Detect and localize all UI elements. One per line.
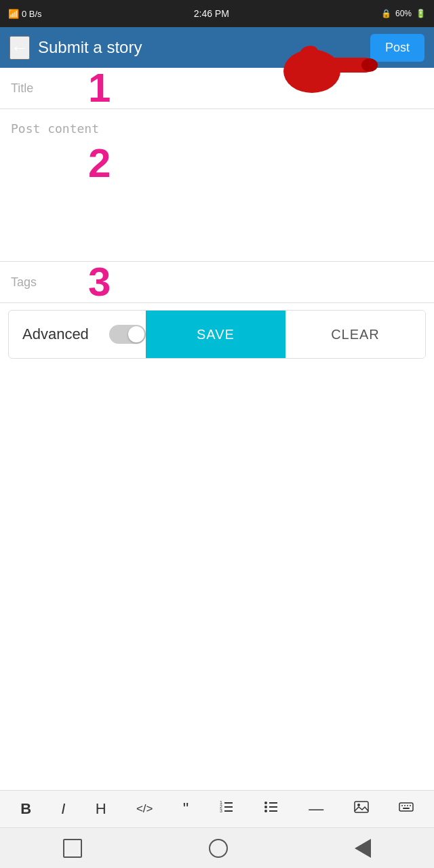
signal-icon: 📶: [8, 9, 19, 19]
title-field: 1: [0, 68, 434, 109]
content-field: 2: [0, 109, 434, 262]
tags-input[interactable]: [0, 262, 434, 302]
svg-point-14: [264, 806, 267, 808]
quote-button[interactable]: ": [178, 795, 195, 823]
status-battery: 🔒 60% 🔋: [381, 9, 426, 18]
svg-point-15: [264, 810, 267, 812]
ordered-list-icon: 123: [219, 800, 234, 814]
svg-rect-16: [355, 802, 368, 812]
content-textarea[interactable]: [0, 109, 434, 258]
keyboard-icon: [399, 800, 414, 814]
data-speed: 0 B/s: [22, 9, 42, 19]
title-input[interactable]: [0, 68, 434, 108]
bold-button[interactable]: B: [15, 796, 37, 822]
image-icon: [354, 800, 369, 814]
nav-bar: [0, 827, 434, 868]
advanced-toggle[interactable]: [109, 325, 146, 344]
status-time: 2:46 PM: [194, 8, 229, 19]
form-area: 1 2 3 Advanced SAVE CLEAR: [0, 68, 434, 359]
ordered-list-button[interactable]: 123: [214, 795, 239, 823]
italic-button[interactable]: I: [56, 796, 71, 822]
home-icon: [63, 839, 82, 858]
app-header: ← Submit a story Post: [0, 27, 434, 68]
page-title: Submit a story: [38, 38, 142, 57]
code-button[interactable]: </>: [131, 798, 159, 820]
divider-button[interactable]: —: [303, 796, 329, 822]
keyboard-button[interactable]: [393, 795, 419, 823]
clear-button[interactable]: CLEAR: [285, 311, 425, 358]
toggle-track[interactable]: [109, 325, 146, 344]
back-button[interactable]: ←: [9, 36, 30, 60]
svg-text:3: 3: [220, 808, 222, 813]
status-signal: 📶 0 B/s: [8, 9, 42, 19]
svg-rect-18: [399, 803, 413, 811]
battery-icon: 🔋: [416, 9, 426, 18]
advanced-bar: Advanced SAVE CLEAR: [8, 310, 426, 359]
toggle-thumb: [128, 326, 144, 342]
image-button[interactable]: [349, 795, 374, 823]
circle-nav-button[interactable]: [209, 839, 228, 858]
post-button[interactable]: Post: [370, 34, 425, 62]
unordered-list-button[interactable]: [258, 795, 284, 823]
back-nav-button[interactable]: [355, 839, 371, 858]
battery-percent: 60%: [395, 9, 412, 18]
status-bar: 📶 0 B/s 2:46 PM 🔒 60% 🔋: [0, 0, 434, 27]
tags-field: 3: [0, 262, 434, 303]
svg-point-13: [264, 802, 267, 804]
svg-point-2: [297, 43, 319, 62]
save-button[interactable]: SAVE: [146, 311, 285, 358]
editor-toolbar: B I H </> " 123 —: [0, 790, 434, 827]
advanced-label: Advanced: [9, 326, 102, 343]
svg-point-17: [357, 804, 360, 806]
back-icon: [355, 839, 371, 858]
circle-icon: [209, 839, 228, 858]
lock-icon: 🔒: [381, 9, 391, 18]
home-nav-button[interactable]: [63, 839, 82, 858]
heading-button[interactable]: H: [90, 796, 112, 822]
unordered-list-icon: [264, 800, 279, 814]
header-left: ← Submit a story: [9, 36, 142, 60]
